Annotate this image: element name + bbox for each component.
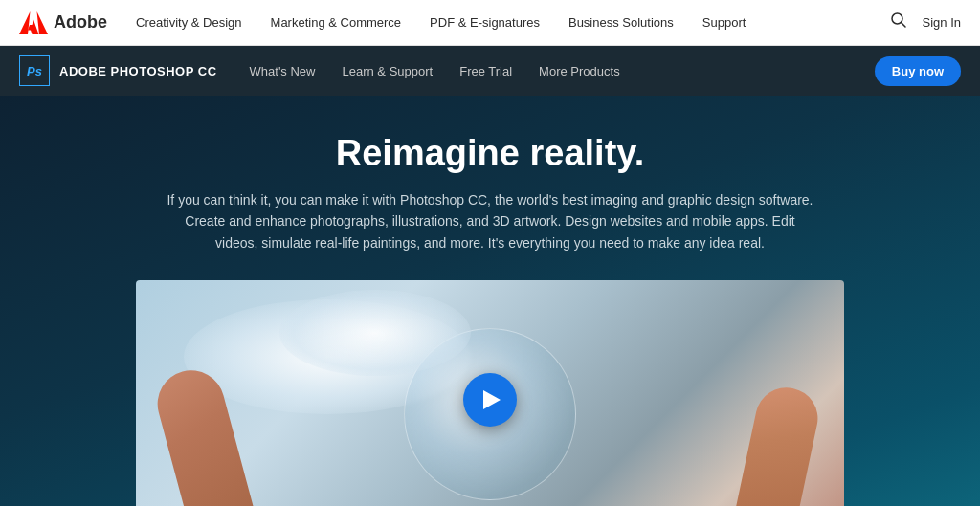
svg-line-1: [901, 23, 905, 28]
nav-marketing-commerce[interactable]: Marketing & Commerce: [271, 15, 402, 30]
adobe-logo-icon: [19, 11, 48, 34]
hero-title: Reimagine reality.: [19, 134, 961, 174]
video-thumbnail[interactable]: [136, 280, 844, 506]
play-icon: [483, 390, 501, 409]
top-nav-actions: Sign In: [890, 11, 961, 33]
main-nav-links: Creativity & Design Marketing & Commerce…: [136, 15, 890, 30]
buy-now-button[interactable]: Buy now: [875, 56, 961, 86]
sign-in-link[interactable]: Sign In: [923, 15, 961, 30]
nav-whats-new[interactable]: What's New: [250, 64, 316, 78]
play-button[interactable]: [463, 373, 517, 427]
nav-business-solutions[interactable]: Business Solutions: [568, 15, 674, 30]
product-nav-links: What's New Learn & Support Free Trial Mo…: [250, 64, 852, 78]
hand-left-shape: [150, 363, 255, 506]
nav-pdf-esignatures[interactable]: PDF & E-signatures: [430, 15, 540, 30]
hero-description: If you can think it, you can make it wit…: [165, 189, 815, 253]
photoshop-icon: Ps: [19, 55, 50, 86]
adobe-wordmark: Adobe: [54, 12, 107, 33]
nav-support[interactable]: Support: [702, 15, 746, 30]
search-button[interactable]: [890, 11, 907, 33]
nav-creativity-design[interactable]: Creativity & Design: [136, 15, 242, 30]
hero-section: Reimagine reality. If you can think it, …: [0, 96, 980, 506]
hand-right-shape: [735, 382, 824, 506]
top-navigation: Adobe Creativity & Design Marketing & Co…: [0, 0, 980, 46]
nav-more-products[interactable]: More Products: [539, 64, 620, 78]
product-brand: Ps ADOBE PHOTOSHOP CC: [19, 55, 217, 86]
product-navigation: Ps ADOBE PHOTOSHOP CC What's New Learn &…: [0, 46, 980, 96]
nav-free-trial[interactable]: Free Trial: [459, 64, 512, 78]
adobe-logo[interactable]: Adobe: [19, 11, 107, 34]
nav-learn-support[interactable]: Learn & Support: [343, 64, 434, 78]
product-name: ADOBE PHOTOSHOP CC: [59, 64, 217, 78]
search-icon: [890, 11, 907, 29]
